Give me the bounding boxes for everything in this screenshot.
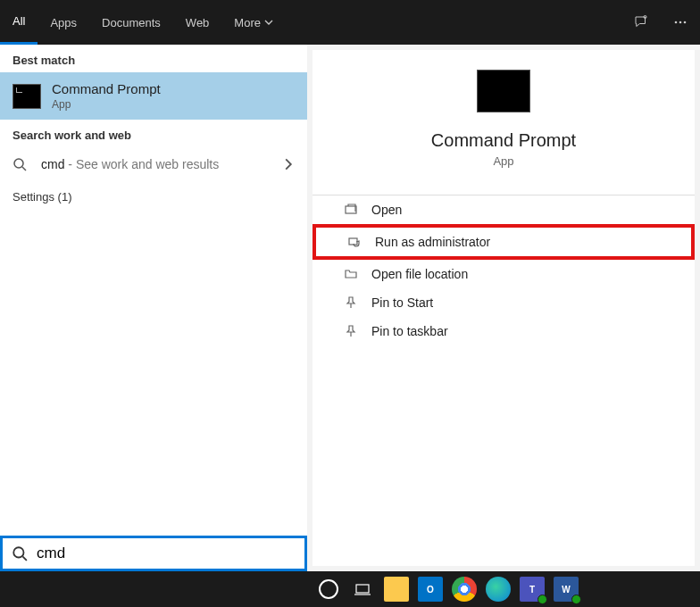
taskbar: O T W [0, 571, 700, 607]
action-run-as-admin-label: Run as administrator [375, 235, 490, 249]
svg-point-10 [13, 547, 23, 557]
preview-app-icon [477, 70, 530, 112]
admin-shield-icon [346, 235, 362, 249]
web-search-term: cmd [41, 157, 64, 171]
svg-point-2 [679, 21, 682, 24]
action-pin-to-taskbar-label: Pin to taskbar [371, 324, 448, 338]
taskbar-app-word[interactable]: W [554, 577, 579, 602]
action-pin-to-start[interactable]: Pin to Start [312, 288, 695, 317]
feedback-icon[interactable] [621, 0, 661, 45]
web-search-cmd[interactable]: cmd - See work and web results [0, 147, 307, 181]
svg-point-1 [675, 21, 678, 24]
taskbar-app-file-explorer[interactable] [384, 577, 409, 602]
action-run-as-admin[interactable]: Run as administrator [312, 224, 695, 260]
action-pin-to-taskbar[interactable]: Pin to taskbar [312, 317, 695, 345]
action-pin-to-start-label: Pin to Start [371, 295, 433, 310]
svg-point-3 [684, 21, 687, 24]
chevron-down-icon [264, 18, 273, 27]
result-command-prompt[interactable]: Command Prompt App [0, 72, 307, 120]
tab-documents[interactable]: Documents [89, 0, 173, 45]
folder-icon [343, 267, 359, 281]
result-title: Command Prompt [52, 81, 161, 96]
search-input[interactable] [37, 545, 296, 562]
preview-pane: Command Prompt App Open Run as administr… [312, 50, 695, 566]
taskbar-app-outlook[interactable]: O [418, 577, 443, 602]
settings-header[interactable]: Settings (1) [0, 181, 307, 212]
more-options-icon[interactable] [661, 0, 700, 45]
web-search-hint: - See work and web results [64, 157, 219, 171]
svg-line-5 [22, 167, 26, 170]
result-subtitle: App [52, 98, 161, 111]
open-icon [343, 203, 359, 217]
chevron-right-icon [282, 158, 295, 170]
preview-title: Command Prompt [431, 130, 576, 151]
search-work-web-header: Search work and web [0, 120, 307, 147]
search-bar[interactable] [0, 536, 307, 571]
svg-rect-6 [346, 206, 356, 213]
preview-subtitle: App [493, 154, 513, 168]
action-open-label: Open [371, 203, 402, 217]
preview-pane-wrap: Command Prompt App Open Run as administr… [307, 45, 700, 571]
pin-start-icon [343, 295, 359, 310]
tab-more[interactable]: More [221, 0, 286, 45]
taskbar-app-teams[interactable]: T [520, 577, 545, 602]
pin-taskbar-icon [343, 324, 359, 338]
tab-more-label: More [234, 16, 261, 29]
tab-web[interactable]: Web [173, 0, 222, 45]
tab-all[interactable]: All [0, 0, 38, 45]
svg-rect-12 [356, 585, 369, 593]
results-pane: Best match Command Prompt App Search wor… [0, 45, 307, 571]
best-match-header: Best match [0, 45, 307, 72]
action-open[interactable]: Open [312, 195, 695, 224]
svg-point-4 [14, 159, 23, 168]
cortana-icon[interactable] [316, 577, 341, 602]
taskbar-app-chrome[interactable] [452, 577, 477, 602]
taskbar-app-edge[interactable] [486, 577, 511, 602]
command-prompt-icon [12, 84, 41, 109]
action-open-file-location-label: Open file location [371, 267, 468, 281]
preview-actions: Open Run as administrator Open file loca… [312, 195, 695, 345]
svg-rect-7 [349, 238, 357, 245]
tab-apps[interactable]: Apps [38, 0, 89, 45]
svg-line-11 [22, 556, 27, 561]
filter-tabs: All Apps Documents Web More [0, 0, 700, 45]
search-icon [12, 545, 28, 561]
task-view-icon[interactable] [350, 577, 375, 602]
action-open-file-location[interactable]: Open file location [312, 260, 695, 288]
search-icon [12, 157, 27, 171]
